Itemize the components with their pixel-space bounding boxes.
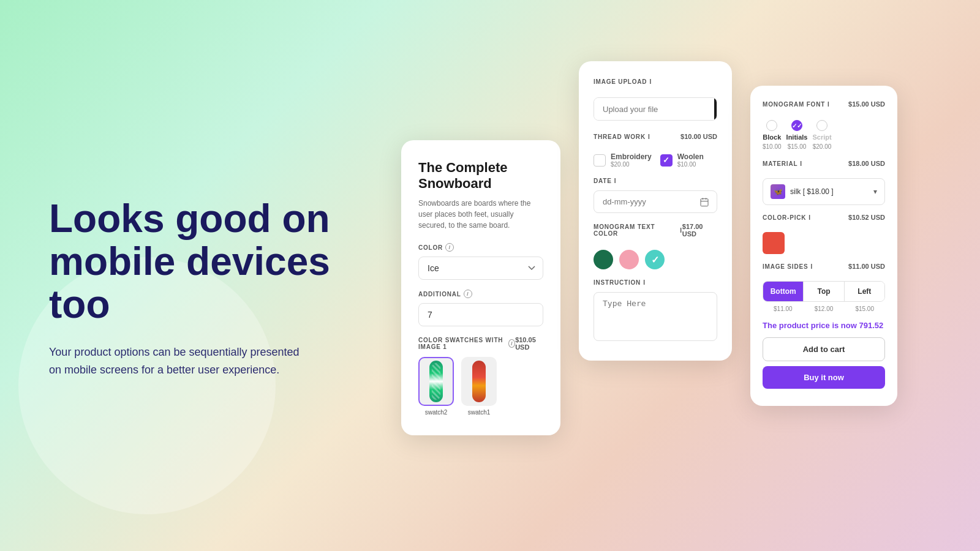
swatches-header: COLOR SWATCHES WITH IMAGE 1 i $10.05 USD xyxy=(418,336,543,351)
product-title: The Complete Snowboard xyxy=(418,160,543,192)
upload-card: IMAGE UPLOAD i Browse THREAD WORK i $10.… xyxy=(579,61,732,361)
embroidery-label: Embroidery xyxy=(611,152,652,161)
date-label: DATE i xyxy=(594,178,717,184)
material-select-row[interactable]: 🦋 silk [ $18.00 ] ▾ xyxy=(763,178,885,205)
thread-info-icon: i xyxy=(648,133,650,140)
material-text: silk [ $18.00 ] xyxy=(790,187,869,196)
instruction-textarea[interactable] xyxy=(594,292,717,341)
material-chevron-icon: ▾ xyxy=(873,187,877,196)
initials-font-name: Initials xyxy=(786,133,808,141)
monogram-card: MONOGRAM FONT i $15.00 USD Block $10.00 … xyxy=(750,86,897,406)
embroidery-price: $20.00 xyxy=(611,161,652,168)
product-description: Snowboards are boards where the user pla… xyxy=(418,198,543,231)
woolen-checkbox[interactable]: ✓ xyxy=(660,154,673,167)
browse-button[interactable]: Browse xyxy=(714,98,717,120)
sides-price: $11.00 USD xyxy=(848,263,885,270)
swatch-img-2[interactable] xyxy=(418,357,454,406)
color-pick-price: $10.52 USD xyxy=(848,214,885,221)
product-price-text: The product price is now 791.52 xyxy=(763,321,885,330)
color-label: COLOR i xyxy=(418,243,543,252)
main-heading: Looks good on mobile devices too xyxy=(49,197,368,326)
bottom-side-btn[interactable]: Bottom xyxy=(763,282,804,301)
swatches-price: $10.05 USD xyxy=(515,336,543,351)
cards-container: The Complete Snowboard Snowboards are bo… xyxy=(368,0,931,551)
upload-row[interactable]: Browse xyxy=(594,97,717,121)
color-pick-swatch[interactable] xyxy=(763,232,785,254)
embroidery-checkbox[interactable] xyxy=(594,154,606,167)
sides-info-icon: i xyxy=(810,263,813,270)
upload-info-icon: i xyxy=(649,78,652,85)
material-price: $18.00 USD xyxy=(848,160,885,167)
instruction-label: INSTRUCTION i xyxy=(594,279,717,286)
script-font-name: Script xyxy=(812,133,831,141)
instruction-info-icon: i xyxy=(643,279,646,286)
thread-work-section: THREAD WORK i $10.00 USD Embroidery $20.… xyxy=(594,133,717,168)
script-radio[interactable] xyxy=(816,120,827,131)
sides-prices: $11.00 $12.00 $15.00 xyxy=(763,305,885,312)
buy-it-now-button[interactable]: Buy it now xyxy=(763,366,885,389)
block-font-option[interactable]: Block $10.00 xyxy=(763,120,782,150)
thread-options: Embroidery $20.00 ✓ Woolen $10.00 xyxy=(594,152,717,168)
date-info-icon: i xyxy=(614,178,617,184)
script-font-option[interactable]: Script $20.00 xyxy=(812,120,831,150)
swatch-item-2[interactable]: swatch2 xyxy=(418,357,454,416)
color-dot-pink[interactable] xyxy=(619,250,639,269)
swatch-item-1[interactable]: swatch1 xyxy=(461,357,497,416)
initials-font-option[interactable]: ✓ Initials $15.00 xyxy=(786,120,808,150)
date-input[interactable] xyxy=(594,190,717,213)
color-pick-info-icon: i xyxy=(809,214,811,221)
font-price: $15.00 USD xyxy=(848,100,885,108)
woolen-option[interactable]: ✓ Woolen $10.00 xyxy=(660,152,704,168)
left-price: $15.00 xyxy=(844,305,885,312)
swatches-info-icon: i xyxy=(508,339,515,348)
additional-label: ADDITIONAL i xyxy=(418,290,543,298)
product-card: The Complete Snowboard Snowboards are bo… xyxy=(401,140,560,436)
monogram-color-price: $17.00 USD xyxy=(682,223,717,238)
block-font-name: Block xyxy=(763,133,781,141)
woolen-price: $10.00 xyxy=(677,161,704,168)
bottom-price: $11.00 xyxy=(763,305,804,312)
swatch-img-1[interactable] xyxy=(461,357,497,406)
font-info-icon: i xyxy=(827,101,830,108)
sub-text: Your product options can be sequentially… xyxy=(49,343,306,379)
product-price-value: 791.52 xyxy=(859,321,883,330)
initials-font-price: $15.00 xyxy=(788,143,807,150)
woolen-checkmark: ✓ xyxy=(663,156,669,165)
woolen-label: Woolen xyxy=(677,152,704,161)
font-options: Block $10.00 ✓ Initials $15.00 Script $2… xyxy=(763,120,885,150)
swatch-snowboard-green xyxy=(429,361,443,402)
swatches-row: swatch2 swatch1 xyxy=(418,357,543,416)
block-font-price: $10.00 xyxy=(763,143,782,150)
additional-input[interactable] xyxy=(418,303,543,326)
color-select[interactable]: Ice Blue Red xyxy=(418,257,543,280)
thread-price: $10.00 USD xyxy=(680,133,717,140)
initials-radio[interactable]: ✓ xyxy=(791,120,802,131)
swatch-label-1: swatch1 xyxy=(468,409,491,416)
swatch-label-2: swatch2 xyxy=(425,409,448,416)
additional-info-icon: i xyxy=(464,290,472,298)
swatch-snowboard-red xyxy=(472,361,486,402)
material-icon: 🦋 xyxy=(771,184,785,199)
script-font-price: $20.00 xyxy=(813,143,832,150)
color-info-icon: i xyxy=(445,243,454,252)
color-dot-green[interactable] xyxy=(594,250,613,269)
top-price: $12.00 xyxy=(804,305,845,312)
upload-header: IMAGE UPLOAD i xyxy=(594,78,717,91)
embroidery-option[interactable]: Embroidery $20.00 xyxy=(594,152,652,168)
material-info-icon: i xyxy=(800,160,802,167)
color-dots xyxy=(594,250,717,269)
image-sides: Bottom Top Left xyxy=(763,281,885,302)
upload-file-input[interactable] xyxy=(594,98,714,120)
block-radio[interactable] xyxy=(766,120,777,131)
top-side-btn[interactable]: Top xyxy=(804,282,844,301)
left-section: Looks good on mobile devices too Your pr… xyxy=(49,173,368,379)
left-side-btn[interactable]: Left xyxy=(845,282,884,301)
add-to-cart-button[interactable]: Add to cart xyxy=(763,337,885,361)
color-dot-teal[interactable] xyxy=(645,250,665,269)
